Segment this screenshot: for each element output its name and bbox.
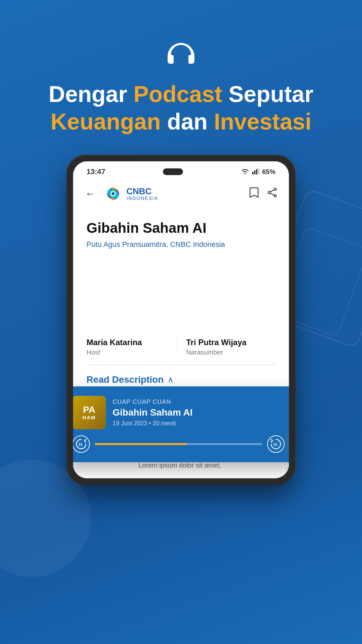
svg-line-16 xyxy=(270,193,274,195)
wifi-icon xyxy=(241,168,249,176)
svg-point-14 xyxy=(268,192,270,194)
host-1-role: Host xyxy=(86,348,166,356)
cnbc-logo: CNBC INDONESIA xyxy=(104,186,158,201)
phone-frame: 13:47 xyxy=(67,155,295,484)
player-title: Gibahin Saham AI xyxy=(113,407,289,418)
thumb-inner: PA HAM xyxy=(73,396,106,429)
status-right: 65% xyxy=(241,168,276,176)
host-2-name: Tri Putra Wijaya xyxy=(186,338,266,347)
player-card: PA HAM CUAP CUAP CUAN Gibahin Saham AI 1… xyxy=(73,386,289,462)
svg-rect-1 xyxy=(254,170,255,174)
headline-podcast: Podcast xyxy=(133,81,222,107)
skip-forward-button[interactable]: 15 xyxy=(267,435,285,453)
podcast-title: Gibahin Saham AI xyxy=(86,220,276,236)
host-2-role: Narasumber xyxy=(186,348,266,356)
player-category: CUAP CUAP CUAN xyxy=(113,398,289,406)
author-link[interactable]: CNBC Indonesia xyxy=(170,240,225,249)
svg-rect-0 xyxy=(252,172,253,174)
podcast-author: Putu Agus Pransuamitra, CNBC Indonesia xyxy=(86,240,276,249)
player-info: CUAP CUAP CUAN Gibahin Saham AI 19 Juni … xyxy=(113,398,289,427)
player-sep: • xyxy=(149,420,153,427)
status-bar: 13:47 xyxy=(73,161,289,179)
player-meta: 19 Juni 2023 • 20 menit xyxy=(113,420,289,427)
player-top: PA HAM CUAP CUAP CUAN Gibahin Saham AI 1… xyxy=(73,396,289,429)
back-button[interactable]: ← xyxy=(85,187,96,200)
phone-screen: 13:47 xyxy=(73,161,289,478)
share-icon[interactable] xyxy=(267,188,277,200)
brand-sub: INDONESIA xyxy=(126,196,158,201)
svg-point-12 xyxy=(274,188,277,191)
phone-mockup: 13:47 xyxy=(67,155,295,484)
player-duration: 20 menit xyxy=(153,420,176,427)
header-section: Dengar Podcast Seputar Keuangan dan Inve… xyxy=(0,0,362,155)
headline-line1: Dengar Podcast Seputar xyxy=(49,81,313,107)
cnbc-text: CNBC INDONESIA xyxy=(126,187,158,201)
brand-name: CNBC xyxy=(126,187,158,196)
chevron-up-icon: ∧ xyxy=(168,375,174,384)
time: 13:47 xyxy=(86,167,105,176)
notch xyxy=(163,168,183,175)
headline-investasi: Investasi xyxy=(214,109,311,134)
player-date: 19 Juni 2023 xyxy=(113,420,147,427)
svg-rect-3 xyxy=(258,168,259,174)
progress-bar[interactable] xyxy=(95,443,262,445)
svg-text:15: 15 xyxy=(78,442,82,446)
player-thumbnail: PA HAM xyxy=(73,396,106,429)
hosts-section: Maria Katarina Host Tri Putra Wijaya Nar… xyxy=(73,329,289,365)
headphone-icon xyxy=(164,40,198,67)
headline-dan: dan xyxy=(167,109,214,134)
headline: Dengar Podcast Seputar Keuangan dan Inve… xyxy=(0,80,362,135)
svg-point-13 xyxy=(274,195,277,197)
content-area: Gibahin Saham AI Putu Agus Pransuamitra,… xyxy=(73,208,289,262)
headline-keuangan: Keuangan xyxy=(51,109,161,134)
skip-back-button[interactable]: 15 xyxy=(73,435,90,453)
svg-line-15 xyxy=(270,190,274,192)
nav-left: ← C xyxy=(85,186,158,201)
progress-fill xyxy=(95,443,187,445)
top-nav: ← C xyxy=(73,179,289,208)
bookmark-icon[interactable] xyxy=(249,187,259,200)
host-item-1: Maria Katarina Host xyxy=(86,338,176,356)
battery: 65% xyxy=(262,168,276,176)
signal-icon xyxy=(252,168,259,176)
svg-point-11 xyxy=(112,192,115,196)
svg-rect-2 xyxy=(256,169,257,174)
nav-right xyxy=(249,187,277,200)
host-1-name: Maria Katarina xyxy=(86,338,166,347)
host-item-2: Tri Putra Wijaya Narasumber xyxy=(186,338,276,356)
svg-text:15: 15 xyxy=(273,442,277,446)
player-controls: 15 15 9:28 xyxy=(73,435,289,453)
read-description-label[interactable]: Read Description xyxy=(86,374,164,385)
author-name: Putu Agus Pransuamitra, xyxy=(86,240,170,249)
